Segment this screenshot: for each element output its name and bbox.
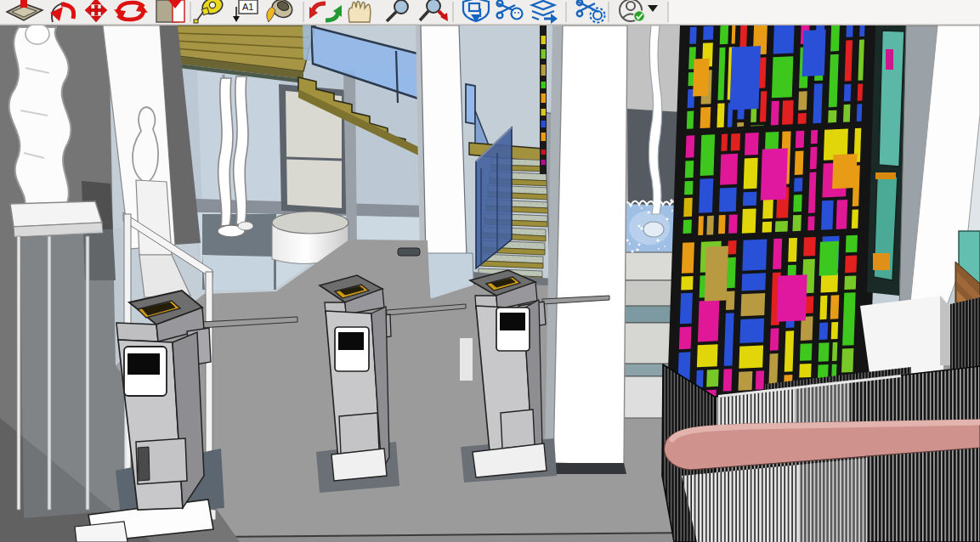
svg-text:A1: A1: [242, 2, 253, 12]
